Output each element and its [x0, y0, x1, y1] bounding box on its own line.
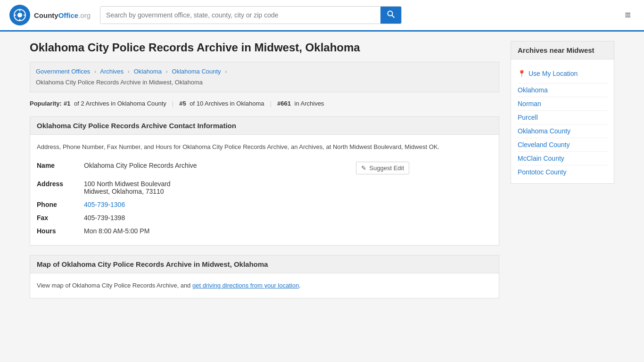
breadcrumb-current: Oklahoma City Police Records Archive in … [36, 79, 203, 86]
sidebar-item-cleveland-county[interactable]: Cleveland County [518, 138, 607, 152]
contact-section: Oklahoma City Police Records Archive Con… [30, 116, 499, 246]
popularity-rank2: #5 of 10 Archives in Oklahoma [179, 100, 264, 107]
sidebar: Archives near Midwest 📍 Use My Location … [511, 41, 614, 184]
table-row: Address 100 North Midwest Boulevard Midw… [37, 177, 492, 198]
breadcrumb-link-archives[interactable]: Archives [100, 68, 124, 75]
table-row: Fax 405-739-1398 [37, 211, 492, 224]
map-description: View map of Oklahoma City Police Records… [37, 281, 492, 290]
phone-value[interactable]: 405-739-1306 [84, 198, 347, 211]
name-value: Oklahoma City Police Records Archive [84, 159, 347, 177]
map-section: Map of Oklahoma City Police Records Arch… [30, 255, 499, 298]
driving-directions-link[interactable]: get driving directions from your locatio… [192, 282, 299, 289]
name-row: Name Oklahoma City Police Records Archiv… [37, 159, 492, 238]
table-row: Hours Mon 8:00 AM-5:00 PM [37, 224, 492, 238]
fax-label: Fax [37, 211, 84, 224]
svg-point-1 [17, 13, 22, 17]
search-input[interactable] [100, 7, 380, 24]
phone-label: Phone [37, 198, 84, 211]
suggest-edit-button[interactable]: ✎ Suggest Edit [356, 162, 409, 174]
main-content: Oklahoma City Police Records Archive in … [30, 41, 499, 308]
breadcrumb-link-oklahoma[interactable]: Oklahoma [134, 68, 162, 75]
location-pin-icon: 📍 [518, 70, 526, 77]
sidebar-item-purcell[interactable]: Purcell [518, 111, 607, 124]
hours-label: Hours [37, 224, 84, 238]
table-row: Name Oklahoma City Police Records Archiv… [37, 159, 492, 177]
suggest-edit-label: Suggest Edit [369, 165, 404, 172]
sidebar-item-norman[interactable]: Norman [518, 97, 607, 111]
hours-value: Mon 8:00 AM-5:00 PM [84, 224, 347, 238]
use-my-location-link[interactable]: Use My Location [528, 67, 578, 80]
fax-value: 405-739-1398 [84, 211, 347, 224]
map-section-header: Map of Oklahoma City Police Records Arch… [30, 255, 499, 273]
popularity-bar: Popularity: #1 of 2 Archives in Oklahoma… [30, 100, 499, 107]
site-header: CountyOffice.org ≡ [0, 0, 644, 32]
contact-description: Address, Phone Number, Fax Number, and H… [37, 142, 492, 152]
svg-line-7 [392, 16, 395, 18]
contact-section-header: Oklahoma City Police Records Archive Con… [30, 117, 499, 135]
breadcrumb-link-oklahoma-county[interactable]: Oklahoma County [172, 68, 221, 75]
map-section-body: View map of Oklahoma City Police Records… [30, 273, 499, 298]
logo-icon [9, 5, 30, 25]
sidebar-item-mcclain-county[interactable]: McClain County [518, 152, 607, 165]
page-title: Oklahoma City Police Records Archive in … [30, 41, 499, 54]
search-button[interactable] [380, 7, 401, 24]
menu-button[interactable]: ≡ [621, 7, 635, 23]
suggest-edit-icon: ✎ [361, 165, 366, 172]
sidebar-title: Archives near Midwest [511, 41, 614, 59]
sidebar-list: 📍 Use My Location Oklahoma Norman Purcel… [511, 59, 614, 183]
popularity-rank3: #661 in Archives [277, 100, 324, 107]
breadcrumb: Government Offices › Archives › Oklahoma… [30, 62, 499, 92]
address-label: Address [37, 177, 84, 198]
logo-wordmark: CountyOffice.org [34, 11, 91, 19]
sidebar-item-pontotoc-county[interactable]: Pontotoc County [518, 165, 607, 179]
contact-info-table: Name Oklahoma City Police Records Archiv… [37, 159, 492, 238]
popularity-rank1: #1 of 2 Archives in Oklahoma County [64, 100, 166, 107]
sidebar-item-oklahoma[interactable]: Oklahoma [518, 83, 607, 97]
use-my-location-row: 📍 Use My Location [518, 64, 607, 83]
sidebar-item-oklahoma-county[interactable]: Oklahoma County [518, 124, 607, 138]
breadcrumb-link-gov-offices[interactable]: Government Offices [36, 68, 90, 75]
contact-section-body: Address, Phone Number, Fax Number, and H… [30, 135, 499, 246]
phone-link[interactable]: 405-739-1306 [84, 201, 125, 208]
popularity-label: Popularity: [30, 100, 62, 107]
page-wrap: Oklahoma City Police Records Archive in … [20, 32, 624, 317]
sidebar-box: Archives near Midwest 📍 Use My Location … [511, 41, 614, 184]
address-value: 100 North Midwest Boulevard Midwest, Okl… [84, 177, 347, 198]
table-row: Phone 405-739-1306 [37, 198, 492, 211]
site-logo[interactable]: CountyOffice.org [9, 5, 91, 25]
name-label: Name [37, 159, 84, 177]
search-bar [100, 6, 402, 24]
